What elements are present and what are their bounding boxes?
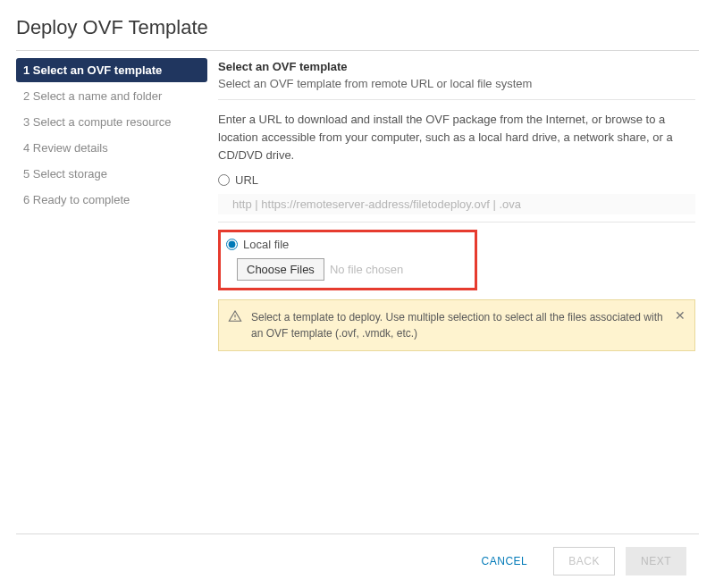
alert-banner: Select a template to deploy. Use multipl…: [218, 299, 695, 351]
alert-text: Select a template to deploy. Use multipl…: [251, 309, 666, 341]
wizard-content: Select an OVF template Select an OVF tem…: [207, 51, 699, 533]
url-radio[interactable]: [218, 174, 230, 186]
step-review-details[interactable]: 4 Review details: [16, 136, 207, 160]
local-file-radio-label: Local file: [243, 238, 289, 251]
cancel-button[interactable]: CANCEL: [467, 547, 543, 575]
wizard-sidebar: 1 Select an OVF template 2 Select a name…: [16, 51, 207, 533]
step-select-compute-resource[interactable]: 3 Select a compute resource: [16, 110, 207, 134]
local-file-highlight: Local file Choose Files No file chosen: [218, 230, 477, 290]
dialog-title: Deploy OVF Template: [16, 16, 699, 51]
url-input[interactable]: [218, 194, 695, 214]
svg-point-1: [234, 319, 235, 320]
step-select-name-folder[interactable]: 2 Select a name and folder: [16, 84, 207, 108]
next-button: NEXT: [626, 547, 686, 575]
local-file-radio[interactable]: [226, 239, 238, 250]
alert-close-icon[interactable]: ✕: [675, 309, 686, 322]
instructions-text: Enter a URL to download and install the …: [218, 111, 695, 164]
section-subtitle: Select an OVF template from remote URL o…: [218, 77, 695, 100]
step-select-ovf-template[interactable]: 1 Select an OVF template: [16, 58, 207, 82]
step-select-storage[interactable]: 5 Select storage: [16, 162, 207, 186]
url-radio-label: URL: [235, 173, 258, 187]
choose-files-button[interactable]: Choose Files: [237, 258, 324, 281]
back-button: BACK: [553, 547, 615, 575]
section-title: Select an OVF template: [218, 60, 695, 73]
warning-icon: [228, 309, 242, 323]
step-ready-to-complete[interactable]: 6 Ready to complete: [16, 188, 207, 212]
no-file-chosen-text: No file chosen: [330, 263, 403, 276]
dialog-footer: CANCEL BACK NEXT: [16, 533, 699, 588]
